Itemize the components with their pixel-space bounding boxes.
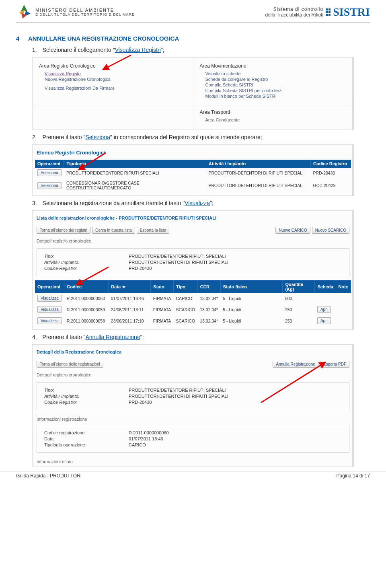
table-row: Visualizza R.2011.0000000060 01/07/2011 … (35, 293, 351, 304)
ministry-line1: MINISTERO DELL'AMBIENTE (35, 8, 135, 12)
arrow-icon (258, 361, 328, 405)
section-heading: 4 ANNULLARE UNA REGISTRAZIONE CRONOLOGIC… (16, 35, 370, 42)
col-attivita: Attività / Impianto (206, 160, 311, 168)
panel-areas: Area Registro Cronologico Visualizza Reg… (32, 57, 354, 130)
ministry-line2: E DELLA TUTELA DEL TERRITORIO E DEL MARE (35, 12, 135, 16)
panel-lista-registrazioni: Lista delle registrazioni cronologiche -… (32, 210, 354, 330)
svg-line-1 (79, 153, 106, 170)
link-compila-scheda-terzi[interactable]: Compila Scheda SISTRI per conto terzi (205, 88, 347, 93)
arrow-icon (77, 152, 109, 171)
link-visualizza-da-firmare[interactable]: Visualizza Registrazioni Da Firmare (45, 86, 187, 90)
seleziona-button[interactable]: Seleziona (37, 182, 62, 189)
torna-elenco-registrazioni-button[interactable]: Torna all'elenco delle registrazioni (37, 361, 103, 368)
footer-left: Guida Rapida - PRODUTTORI (16, 473, 82, 479)
sistri-block: Sistema di controllo della Tracciabilità… (265, 6, 370, 19)
document-header: MINISTERO DELL'AMBIENTE E DELLA TUTELA D… (16, 0, 370, 23)
panel-elenco-registri: Elenco Registri Cronologici Operazioni T… (32, 144, 354, 196)
arrow-icon (75, 266, 111, 286)
step-2: 2. Premere il tasto "Seleziona" in corri… (32, 134, 370, 140)
sort-icon (122, 286, 125, 288)
visualizza-button[interactable]: Visualizza (37, 295, 62, 302)
area-movimentazione-title: Area Movimentazione (200, 63, 347, 69)
ministry-block: MINISTERO DELL'AMBIENTE E DELLA TUTELA D… (16, 4, 135, 20)
area-conducente: Area Conducente (205, 117, 347, 122)
seleziona-button[interactable]: Seleziona (37, 169, 62, 176)
registrazioni-table: Operazioni Codice Data Stato Tipo CER St… (35, 280, 351, 327)
info-registrazione-label: Informazioni registrazione (35, 414, 351, 424)
table-row: Seleziona CONCESSIONARIO/GESTORE CASE CO… (35, 179, 351, 193)
col-operazioni: Operazioni (35, 160, 64, 168)
panel3-title: Lista delle registrazioni cronologiche -… (35, 212, 351, 224)
details-box: Codice registrazione:R.2011.0000000060 D… (37, 425, 349, 453)
panel4-title: Dettagli della Registrazione Cronologica (35, 346, 351, 358)
footer-right: Pagina 14 di 17 (337, 473, 370, 479)
cerca-button[interactable]: Cerca in questa lista (92, 227, 135, 234)
step-3: 3. Selezionare la registrazione da annul… (32, 200, 370, 206)
section-title-text: ANNULLARE UNA REGISTRAZIONE CRONOLOGICA (28, 35, 179, 42)
table-row: Visualizza R.2011.0000000059 24/06/2011 … (35, 304, 351, 315)
link-compila-scheda[interactable]: Compila Scheda SISTRI (205, 82, 347, 87)
torna-elenco-button[interactable]: Torna all'elenco dei registri (37, 227, 90, 234)
svg-line-3 (261, 362, 325, 403)
link-visualizza[interactable]: Visualizza (185, 200, 210, 206)
section-number: 4 (16, 35, 19, 42)
panel-dettagli-registrazione: Dettagli della Registrazione Cronologica… (32, 344, 354, 467)
esporta-button[interactable]: Esporta la lista (137, 227, 170, 234)
panel3-subtitle: Dettagli registro cronologico (35, 236, 351, 247)
sistri-desc2: della Tracciabilità dei Rifiuti (265, 12, 323, 18)
link-visualizza-schede[interactable]: Visualizza schede (205, 71, 347, 76)
link-seleziona[interactable]: Seleziona (85, 134, 110, 140)
nuovo-carico-button[interactable]: Nuovo CARICO (275, 227, 310, 234)
sort-data-column[interactable]: Data (109, 280, 151, 293)
visualizza-button[interactable]: Visualizza (37, 306, 62, 313)
svg-line-0 (103, 55, 131, 70)
sistri-desc1: Sistema di controllo (265, 6, 323, 12)
table-row: Visualizza R.2011.0000000058 23/06/2011 … (35, 315, 351, 327)
visualizza-button[interactable]: Visualizza (37, 317, 62, 324)
svg-line-2 (76, 267, 109, 285)
step-1: 1. Selezionare il collegamento "Visualiz… (32, 47, 370, 53)
apri-button[interactable]: Apri (317, 317, 331, 324)
link-visualizza-registri[interactable]: Visualizza Registri (115, 47, 161, 53)
link-nuova-registrazione[interactable]: Nuova Registrazione Cronologica (45, 77, 187, 82)
ministry-logo-icon (16, 4, 32, 20)
document-footer: Guida Rapida - PRODUTTORI Pagina 14 di 1… (0, 471, 386, 483)
col-codice: Codice Registro (311, 160, 351, 168)
arrow-icon (101, 54, 133, 72)
sistri-logo-text: SISTRI (333, 6, 370, 19)
step-4: 4. Premere il tasto "Annulla Registrazio… (32, 334, 370, 340)
apri-button[interactable]: Apri (317, 306, 331, 313)
link-schede-collegare[interactable]: Schede da collegare al Registro (205, 77, 347, 82)
area-trasporti-title: Area Trasporti (200, 109, 347, 115)
link-annulla-registrazione[interactable]: Annulla Registrazione (85, 334, 140, 340)
link-moduli-bianco[interactable]: Moduli in bianco per Schede SISTRI (205, 94, 347, 99)
info-rifiuto-label: Informazioni rifiuto (35, 457, 351, 467)
nuovo-scarico-button[interactable]: Nuovo SCARICO (312, 227, 349, 234)
sistri-dots-icon (326, 8, 331, 16)
